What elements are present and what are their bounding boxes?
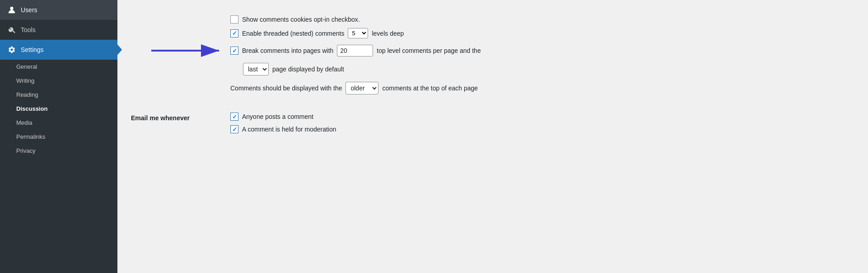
held-moderation-checkbox[interactable]	[230, 125, 238, 133]
submenu-item-writing[interactable]: Writing	[0, 74, 117, 88]
anyone-posts-checkbox[interactable]	[230, 113, 238, 121]
page-display-select[interactable]: last first	[243, 63, 269, 75]
main-content: Show comments cookies opt-in checkbox. E…	[117, 0, 868, 273]
settings-icon	[7, 45, 16, 54]
comments-order-select[interactable]: older newer	[345, 82, 378, 94]
comments-order-label-before: Comments should be displayed with the	[230, 85, 342, 92]
sidebar-item-users-label: Users	[21, 6, 37, 14]
sidebar-item-users[interactable]: Users	[0, 0, 117, 20]
anyone-posts-line: Anyone posts a comment	[230, 113, 854, 121]
break-comments-input[interactable]	[337, 45, 373, 56]
submenu-item-discussion[interactable]: Discussion	[0, 102, 117, 116]
email-settings-row: Email me whenever Anyone posts a comment…	[131, 108, 854, 138]
submenu-item-reading[interactable]: Reading	[0, 88, 117, 102]
threaded-comments-line: Enable threaded (nested) comments 5 1 2 …	[230, 28, 854, 38]
sidebar-item-tools[interactable]: Tools	[0, 20, 117, 40]
threaded-comments-checkbox[interactable]	[230, 29, 238, 38]
submenu-item-privacy[interactable]: Privacy	[0, 144, 117, 158]
email-settings-label: Email me whenever	[131, 113, 230, 122]
threaded-comments-label-after: levels deep	[372, 30, 404, 37]
sidebar-item-settings-label: Settings	[21, 46, 44, 53]
submenu-item-general[interactable]: General	[0, 60, 117, 74]
wrench-icon	[7, 25, 16, 34]
comment-settings-control: Show comments cookies opt-in checkbox. E…	[230, 15, 854, 94]
sidebar: Users Tools Settings General Writing Rea…	[0, 0, 117, 273]
page-display-line: last first page displayed by default	[230, 63, 854, 75]
comment-settings-row: Show comments cookies opt-in checkbox. E…	[131, 11, 854, 99]
comments-order-label-after: comments at the top of each page	[382, 85, 478, 92]
break-comments-checkbox[interactable]	[230, 47, 238, 55]
show-cookies-checkbox[interactable]	[230, 15, 238, 24]
settings-submenu: General Writing Reading Discussion Media…	[0, 60, 117, 158]
sidebar-item-tools-label: Tools	[21, 26, 36, 33]
threaded-comments-select[interactable]: 5 1 2 3 4 6 7 8 9 10	[348, 28, 368, 38]
email-settings-control: Anyone posts a comment A comment is held…	[230, 113, 854, 133]
submenu-item-media[interactable]: Media	[0, 116, 117, 130]
held-moderation-label: A comment is held for moderation	[242, 126, 336, 133]
svg-point-0	[10, 7, 13, 10]
comments-order-line: Comments should be displayed with the ol…	[230, 82, 854, 94]
break-comments-label-after: top level comments per page and the	[377, 47, 481, 54]
sidebar-item-settings[interactable]: Settings	[0, 40, 117, 60]
break-comments-line: Break comments into pages with top level…	[230, 45, 854, 56]
submenu-item-permalinks[interactable]: Permalinks	[0, 130, 117, 144]
anyone-posts-label: Anyone posts a comment	[242, 113, 313, 120]
user-icon	[7, 5, 16, 14]
held-moderation-line: A comment is held for moderation	[230, 125, 854, 133]
page-display-label: page displayed by default	[272, 66, 344, 73]
break-comments-label-before: Break comments into pages with	[242, 47, 333, 54]
show-cookies-line: Show comments cookies opt-in checkbox.	[230, 15, 854, 24]
comment-settings-label	[131, 15, 230, 17]
break-comments-arrow	[149, 44, 226, 57]
show-cookies-label: Show comments cookies opt-in checkbox.	[242, 16, 360, 23]
threaded-comments-label-before: Enable threaded (nested) comments	[242, 30, 344, 37]
